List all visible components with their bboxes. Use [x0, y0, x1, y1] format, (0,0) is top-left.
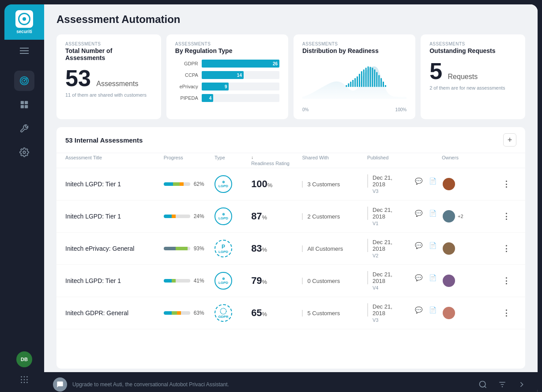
- svg-line-20: [485, 386, 486, 388]
- doc-icon-button[interactable]: 📄: [427, 272, 438, 283]
- chat-icon-button[interactable]: 💬: [413, 272, 424, 283]
- type-label: LGPD: [218, 250, 228, 254]
- sidebar-item-dashboard[interactable]: [14, 94, 34, 115]
- doc-icon-button[interactable]: 📄: [427, 175, 438, 187]
- svg-point-16: [24, 382, 25, 383]
- add-assessment-button[interactable]: +: [503, 133, 516, 147]
- progress-segments: [164, 247, 190, 250]
- type-label: LGPD: [218, 281, 228, 285]
- distribution-chart: [302, 60, 406, 104]
- readiness-number: 79%: [251, 275, 267, 286]
- total-number-area: 53 Assessments: [65, 67, 152, 90]
- progress-bar: [164, 215, 190, 218]
- type-icon: ⊕: [222, 180, 225, 184]
- hamburger-button[interactable]: [4, 40, 44, 62]
- progress-seg: [177, 311, 181, 315]
- logo-icon: [15, 10, 33, 28]
- outstanding-card-title: Outstanding Requests: [429, 47, 516, 54]
- bar-label-ccpa: CCPA: [175, 72, 198, 78]
- distribution-card: Assessments Distribution by Readiness: [294, 34, 415, 119]
- navigate-button[interactable]: [515, 377, 529, 392]
- owner-avatar: [442, 209, 456, 223]
- table-title: 53 Internal Assessments: [65, 136, 143, 144]
- pub-date: Dec 21, 2018: [367, 271, 406, 284]
- search-icon: [478, 380, 487, 389]
- doc-icon-button[interactable]: 📄: [427, 240, 438, 251]
- bottom-actions: [476, 377, 529, 392]
- table-row: Initech ePrivacy: General 93% P: [56, 233, 525, 265]
- readiness-value: 87%: [251, 211, 298, 222]
- chat-icon-button[interactable]: 💬: [413, 240, 424, 251]
- svg-point-12: [21, 379, 22, 381]
- table-body: Initech LGPD: Tier 1 62%: [56, 168, 525, 369]
- readiness-arrow-icon: ↓: [251, 155, 253, 160]
- bar-value-pipeda: 4: [209, 96, 212, 101]
- page-header: Assessment Automation: [44, 4, 538, 30]
- dist-bar: [385, 85, 386, 87]
- row-title: Initech LGPD: Tier 1: [65, 213, 160, 220]
- row-actions-button[interactable]: ⋮: [502, 308, 516, 318]
- filter-icon: [498, 380, 507, 389]
- pub-icons: 💬 📄: [413, 272, 438, 283]
- row-actions-button[interactable]: ⋮: [502, 276, 516, 286]
- filter-button[interactable]: [495, 377, 509, 392]
- grid-dots-button[interactable]: [16, 372, 32, 388]
- progress-seg: [176, 279, 190, 283]
- grid-dots-icon: [19, 375, 29, 384]
- svg-rect-6: [21, 105, 24, 108]
- doc-icon-button[interactable]: 📄: [427, 207, 438, 219]
- sidebar-item-radar[interactable]: [14, 71, 34, 91]
- dist-axis: 0% 100%: [302, 107, 406, 112]
- search-button[interactable]: [476, 377, 490, 392]
- row-actions-button[interactable]: ⋮: [502, 211, 516, 221]
- table-column-headers: Assessment Title Progress Type ↓ Readine…: [56, 153, 525, 168]
- progress-container: 62%: [164, 181, 211, 187]
- svg-point-14: [26, 379, 28, 381]
- owner-extra: +2: [458, 214, 463, 219]
- readiness-value: 79%: [251, 275, 298, 286]
- pub-icons: 💬 📄: [413, 240, 438, 251]
- chat-icon-button[interactable]: 💬: [413, 207, 424, 219]
- published-cell: Dec 21, 2018 💬 📄 V4: [367, 271, 438, 290]
- progress-seg: [176, 215, 190, 218]
- bottom-bar: Upgrade to meet Auti, the conversational…: [44, 372, 538, 392]
- bar-fill-gdpr: 26: [202, 60, 279, 68]
- progress-seg: [172, 279, 176, 283]
- total-big-number: 53: [65, 67, 91, 90]
- row-actions-button[interactable]: ⋮: [502, 179, 516, 189]
- logo-text: securiti: [16, 29, 32, 34]
- total-card-title: Total Number of Assessments: [65, 47, 152, 61]
- dist-bar: [352, 80, 354, 87]
- progress-seg-orange: [180, 182, 184, 186]
- type-icon: ⊕: [222, 277, 225, 281]
- dist-bar: [354, 78, 356, 87]
- bar-row-pipeda: PIPEDA 4: [175, 94, 279, 102]
- col-header-shared: Shared With: [302, 155, 364, 166]
- type-icon: ⊕: [222, 212, 225, 216]
- dist-bar: [372, 68, 373, 87]
- svg-rect-5: [25, 101, 28, 104]
- progress-seg: [164, 279, 172, 283]
- dist-bar: [378, 75, 380, 87]
- sidebar-nav: [14, 62, 34, 351]
- sidebar-item-tools[interactable]: [14, 118, 34, 139]
- svg-point-13: [24, 379, 25, 381]
- chat-icon-button[interactable]: 💬: [413, 304, 424, 316]
- type-label: LGPD: [218, 216, 228, 220]
- page-title: Assessment Automation: [56, 13, 525, 26]
- progress-seg-blue: [164, 182, 173, 186]
- row-actions-button[interactable]: ⋮: [502, 244, 516, 253]
- chat-icon-button[interactable]: 💬: [413, 175, 424, 187]
- col-header-title: Assessment Title: [65, 155, 160, 166]
- progress-seg: [181, 311, 190, 315]
- assessments-table-section: 53 Internal Assessments + Assessment Tit…: [56, 127, 525, 369]
- readiness-value: 65%: [251, 307, 298, 319]
- user-avatar-button[interactable]: DB: [16, 351, 32, 367]
- doc-icon-button[interactable]: 📄: [427, 304, 438, 316]
- progress-seg: [164, 311, 172, 315]
- svg-point-15: [21, 382, 22, 383]
- progress-seg-gray: [184, 182, 190, 186]
- sidebar-item-settings[interactable]: [14, 142, 34, 162]
- total-sub-text: 11 of them are shared with customers: [65, 92, 152, 98]
- owner-avatar: [442, 306, 456, 320]
